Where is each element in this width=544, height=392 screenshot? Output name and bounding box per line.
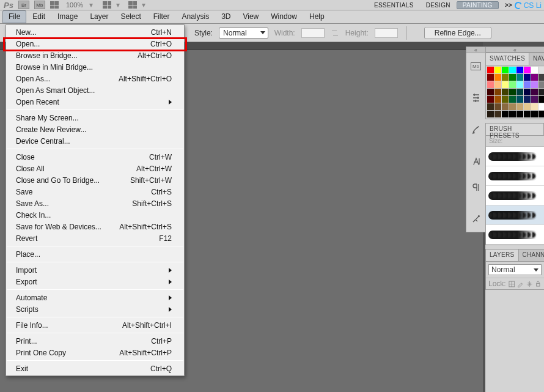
lock-position-icon[interactable] (526, 281, 533, 287)
swatch[interactable] (524, 81, 531, 88)
swatch[interactable] (531, 67, 538, 73)
refine-edge-button[interactable]: Refine Edge... (424, 27, 491, 39)
view-grid-icon[interactable] (50, 1, 59, 9)
swatch[interactable] (509, 103, 516, 110)
swatch[interactable] (509, 96, 516, 103)
menu-item-close-all[interactable]: Close AllAlt+Ctrl+W (6, 163, 184, 174)
chevron-down-icon[interactable]: ▾ (116, 1, 120, 9)
menu-item-check-in[interactable]: Check In... (6, 209, 184, 221)
swatch[interactable] (487, 81, 494, 88)
swatch[interactable] (502, 74, 509, 81)
menu-item-place[interactable]: Place... (6, 248, 184, 260)
swatch[interactable] (509, 74, 516, 81)
tab-channels[interactable]: CHANN (519, 250, 544, 261)
menu-file[interactable]: File (2, 10, 26, 23)
width-input[interactable] (301, 28, 325, 38)
tab-layers[interactable]: LAYERS (486, 250, 519, 261)
brush-preset-item[interactable] (486, 147, 544, 166)
swatch[interactable] (487, 74, 494, 81)
swatch[interactable] (538, 67, 544, 73)
swatch[interactable] (509, 67, 516, 73)
swatch[interactable] (538, 96, 544, 103)
swatch[interactable] (516, 67, 523, 73)
menu-item-automate[interactable]: Automate (6, 292, 184, 303)
brush-preset-item[interactable] (486, 225, 544, 245)
menu-item-print[interactable]: Print...Ctrl+P (6, 335, 184, 347)
blend-mode-select[interactable]: Normal (488, 264, 542, 275)
menu-window[interactable]: Window (265, 10, 303, 23)
menu-view[interactable]: View (237, 10, 265, 23)
swatch[interactable] (502, 67, 509, 73)
workspace-painting[interactable]: PAINTING (457, 1, 499, 9)
paragraph-panel-icon[interactable] (468, 179, 485, 195)
swatch[interactable] (502, 81, 509, 88)
workspace-more[interactable]: >> (499, 1, 511, 9)
swatch[interactable] (531, 89, 538, 95)
menu-item-export[interactable]: Export (6, 276, 184, 287)
swatch[interactable] (502, 96, 509, 103)
swatch[interactable] (516, 111, 523, 117)
lock-all-icon[interactable] (535, 281, 542, 287)
brush-settings-icon[interactable] (468, 122, 485, 138)
menu-3d[interactable]: 3D (215, 10, 237, 23)
menu-item-save-as[interactable]: Save As...Shift+Ctrl+S (6, 198, 184, 209)
menu-item-new[interactable]: New...Ctrl+N (6, 26, 184, 38)
bridge-icon[interactable]: Br (18, 1, 29, 9)
menu-item-revert[interactable]: RevertF12 (6, 232, 184, 244)
swatch[interactable] (524, 89, 531, 95)
workspace-design[interactable]: DESIGN (420, 1, 457, 9)
swatch[interactable] (531, 96, 538, 103)
menu-item-scripts[interactable]: Scripts (6, 303, 184, 315)
swatch[interactable] (524, 111, 531, 117)
swatch[interactable] (524, 103, 531, 110)
swatch[interactable] (487, 103, 494, 110)
menu-item-import[interactable]: Import (6, 264, 184, 276)
menu-image[interactable]: Image (51, 10, 84, 23)
menu-item-save-for-web-devices[interactable]: Save for Web & Devices...Alt+Shift+Ctrl+… (6, 221, 184, 232)
swatch[interactable] (516, 96, 523, 103)
character-panel-icon[interactable] (468, 153, 485, 169)
brush-preset-item[interactable] (486, 166, 544, 186)
swatch[interactable] (538, 89, 544, 95)
height-input[interactable] (375, 28, 398, 38)
tab-swatches[interactable]: SWATCHES (486, 53, 529, 65)
screen-mode-icon[interactable] (128, 1, 137, 9)
swatch[interactable] (502, 111, 509, 117)
swatch[interactable] (509, 89, 516, 95)
swatch[interactable] (494, 67, 501, 73)
workspace-essentials[interactable]: ESSENTIALS (368, 1, 420, 9)
zoom-level[interactable]: 100% (66, 1, 83, 9)
swatch[interactable] (516, 103, 523, 110)
swatch[interactable] (531, 74, 538, 81)
menu-filter[interactable]: Filter (147, 10, 176, 23)
chevron-down-icon[interactable]: ▾ (89, 1, 93, 9)
swatch[interactable] (494, 96, 501, 103)
swatch[interactable] (531, 111, 538, 117)
chevron-down-icon[interactable]: ▾ (142, 1, 145, 9)
swatch[interactable] (516, 81, 523, 88)
menu-select[interactable]: Select (114, 10, 147, 23)
menu-analysis[interactable]: Analysis (175, 10, 215, 23)
tab-navigator[interactable]: NAV (529, 53, 544, 65)
swatch[interactable] (531, 81, 538, 88)
menu-item-file-info[interactable]: File Info...Alt+Shift+Ctrl+I (6, 319, 184, 331)
swatch[interactable] (487, 89, 494, 95)
menu-item-open[interactable]: Open...Ctrl+O (6, 38, 184, 50)
tab-brush-presets[interactable]: BRUSH PRESETS (486, 124, 544, 135)
brush-preset-item[interactable] (486, 186, 544, 205)
swatch[interactable] (494, 74, 501, 81)
swatch[interactable] (487, 67, 494, 73)
menu-help[interactable]: Help (303, 10, 331, 23)
tool-presets-icon[interactable] (468, 211, 485, 227)
arrange-icon[interactable] (103, 1, 111, 9)
swatch[interactable] (502, 89, 509, 95)
swatch[interactable] (509, 111, 516, 117)
menu-item-browse-in-bridge[interactable]: Browse in Bridge...Alt+Ctrl+O (6, 50, 184, 61)
style-select[interactable]: Normal (219, 28, 268, 39)
panels-collapse-icon[interactable]: « (485, 46, 544, 53)
swatch[interactable] (538, 74, 544, 81)
menu-item-close[interactable]: CloseCtrl+W (6, 151, 184, 163)
menu-item-share-my-screen[interactable]: Share My Screen... (6, 112, 184, 124)
menu-item-print-one-copy[interactable]: Print One CopyAlt+Shift+Ctrl+P (6, 347, 184, 358)
menu-item-open-recent[interactable]: Open Recent (6, 96, 184, 108)
